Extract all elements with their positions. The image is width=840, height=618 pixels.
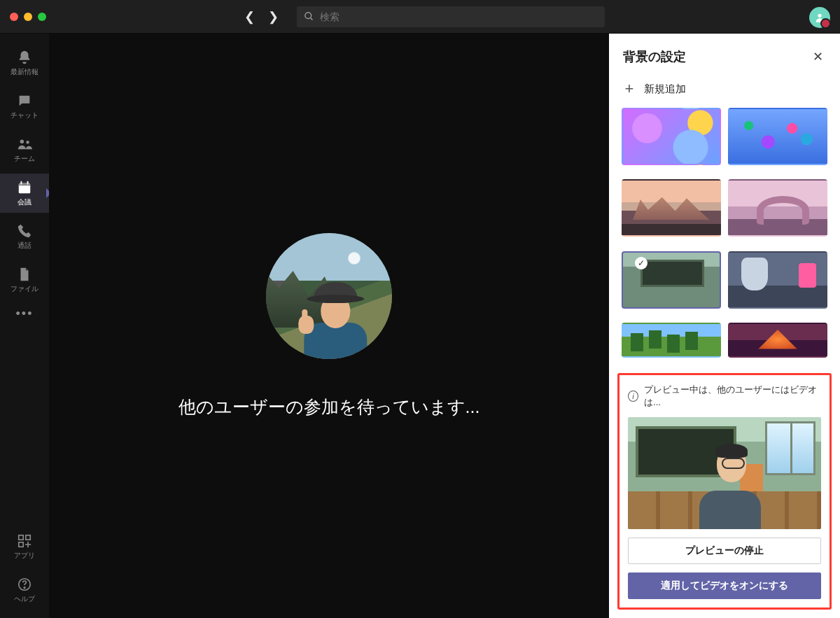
- sidebar-item-chat[interactable]: チャット: [0, 87, 49, 126]
- window-controls: [10, 13, 46, 21]
- background-option[interactable]: [728, 179, 827, 237]
- phone-icon: [17, 223, 32, 239]
- teams-icon: [17, 136, 32, 152]
- stop-preview-button[interactable]: プレビューの停止: [628, 538, 821, 564]
- bell-icon: [17, 50, 32, 65]
- svg-point-5: [20, 139, 24, 143]
- background-option[interactable]: [622, 179, 721, 237]
- meeting-stage: 他のユーザーの参加を待っています...: [49, 34, 609, 618]
- file-icon: [17, 267, 32, 282]
- background-option-selected[interactable]: [622, 251, 721, 309]
- svg-line-1: [310, 17, 312, 20]
- apply-video-on-button[interactable]: 適用してビデオをオンにする: [628, 573, 821, 599]
- sidebar-label: チーム: [14, 154, 35, 164]
- nav-back-button[interactable]: ❮: [242, 9, 256, 24]
- sidebar-item-apps[interactable]: アプリ: [0, 527, 49, 566]
- svg-point-15: [24, 587, 25, 588]
- search-icon: [304, 11, 314, 22]
- calendar-icon: [17, 180, 32, 195]
- sidebar-label: 最新情報: [10, 67, 38, 77]
- sidebar-label: 会議: [18, 197, 31, 207]
- background-option[interactable]: [622, 323, 721, 358]
- background-grid: [609, 108, 840, 365]
- svg-rect-3: [21, 98, 27, 99]
- sidebar-item-teams[interactable]: チーム: [0, 130, 49, 169]
- svg-rect-12: [26, 535, 30, 539]
- sidebar-item-meetings[interactable]: 会議: [0, 174, 49, 213]
- sidebar-item-calls[interactable]: 通話: [0, 217, 49, 256]
- chat-icon: [17, 93, 32, 108]
- background-option[interactable]: [728, 108, 827, 165]
- person-icon: [814, 12, 825, 23]
- svg-rect-9: [21, 181, 22, 184]
- search-bar[interactable]: [297, 6, 605, 27]
- background-option[interactable]: [728, 251, 827, 309]
- svg-rect-10: [27, 181, 29, 184]
- close-window-button[interactable]: [10, 13, 18, 21]
- add-new-background-button[interactable]: + 新規追加: [609, 77, 840, 108]
- info-icon: i: [628, 391, 638, 402]
- svg-rect-8: [19, 183, 31, 185]
- apps-icon: [17, 533, 32, 549]
- background-option[interactable]: [728, 323, 827, 358]
- background-option[interactable]: [622, 108, 721, 165]
- preview-info-text: プレビュー中は、他のユーザーにはビデオは...: [644, 384, 821, 409]
- app-sidebar: 最新情報 チャット チーム 会議 通話 ファイル ••• アプリ: [0, 34, 49, 618]
- svg-rect-11: [19, 535, 23, 539]
- title-bar: ❮ ❯: [0, 0, 840, 34]
- minimize-window-button[interactable]: [24, 13, 32, 21]
- sidebar-item-files[interactable]: ファイル: [0, 260, 49, 300]
- svg-rect-4: [21, 100, 25, 101]
- waiting-text: 他のユーザーの参加を待っています...: [178, 395, 480, 419]
- search-input[interactable]: [320, 11, 598, 22]
- svg-point-2: [818, 14, 821, 17]
- sidebar-label: アプリ: [14, 551, 35, 561]
- preview-video: [628, 417, 821, 529]
- maximize-window-button[interactable]: [38, 13, 46, 21]
- sidebar-label: 通話: [18, 241, 31, 251]
- sidebar-item-activity[interactable]: 最新情報: [0, 43, 49, 83]
- help-icon: [17, 577, 32, 592]
- plus-icon: +: [623, 80, 636, 98]
- svg-point-0: [305, 13, 312, 19]
- preview-card: i プレビュー中は、他のユーザーにはビデオは... プレビューの停止 適用してビ…: [617, 373, 832, 610]
- svg-rect-13: [19, 542, 23, 546]
- history-nav: ❮ ❯: [242, 9, 280, 24]
- self-avatar: [266, 233, 392, 359]
- panel-title: 背景の設定: [623, 48, 686, 65]
- preview-info-row: i プレビュー中は、他のユーザーにはビデオは...: [628, 384, 821, 409]
- sidebar-more-button[interactable]: •••: [16, 307, 34, 321]
- close-icon[interactable]: ✕: [810, 46, 826, 67]
- profile-avatar[interactable]: [809, 7, 830, 28]
- nav-forward-button[interactable]: ❯: [266, 9, 280, 24]
- svg-point-6: [26, 141, 29, 143]
- sidebar-label: ヘルプ: [14, 594, 35, 604]
- sidebar-item-help[interactable]: ヘルプ: [0, 570, 49, 610]
- sidebar-label: チャット: [10, 111, 38, 120]
- background-settings-panel: 背景の設定 ✕ + 新規追加 i プレビュー中は、他のユーザーにはビデオは...: [609, 34, 840, 618]
- add-new-label: 新規追加: [644, 83, 686, 96]
- sidebar-label: ファイル: [10, 284, 38, 294]
